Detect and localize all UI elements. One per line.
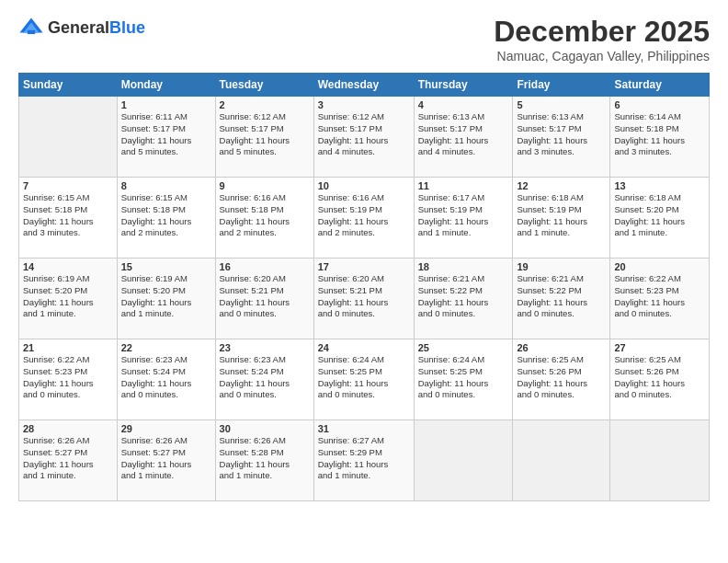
day-info: Sunrise: 6:22 AMSunset: 5:23 PMDaylight:…	[614, 273, 705, 320]
day-number: 3	[318, 99, 410, 110]
day-number: 21	[23, 342, 113, 353]
month-title: December 2025	[494, 15, 710, 49]
day-number: 17	[318, 261, 410, 272]
day-number: 1	[121, 99, 211, 110]
calendar-week-1: 1Sunrise: 6:11 AMSunset: 5:17 PMDaylight…	[19, 97, 710, 178]
calendar-cell: 17Sunrise: 6:20 AMSunset: 5:21 PMDayligh…	[313, 259, 414, 339]
day-number: 4	[418, 99, 509, 110]
day-number: 7	[23, 180, 113, 191]
day-number: 20	[614, 261, 705, 272]
calendar-cell: 3Sunrise: 6:12 AMSunset: 5:17 PMDaylight…	[313, 97, 414, 178]
day-number: 29	[121, 423, 211, 434]
calendar-week-5: 28Sunrise: 6:26 AMSunset: 5:27 PMDayligh…	[19, 420, 710, 501]
calendar-cell: 26Sunrise: 6:25 AMSunset: 5:26 PMDayligh…	[513, 339, 610, 420]
day-number: 22	[121, 342, 211, 353]
day-number: 8	[121, 180, 211, 191]
day-number: 28	[23, 423, 113, 434]
calendar-cell: 8Sunrise: 6:15 AMSunset: 5:18 PMDaylight…	[117, 178, 215, 259]
day-info: Sunrise: 6:19 AMSunset: 5:20 PMDaylight:…	[23, 273, 113, 320]
calendar-cell: 4Sunrise: 6:13 AMSunset: 5:17 PMDaylight…	[414, 97, 513, 178]
title-block: December 2025 Namuac, Cagayan Valley, Ph…	[494, 15, 710, 63]
col-wednesday: Wednesday	[313, 74, 414, 97]
day-info: Sunrise: 6:12 AMSunset: 5:17 PMDaylight:…	[220, 111, 310, 158]
calendar-cell: 11Sunrise: 6:17 AMSunset: 5:19 PMDayligh…	[414, 178, 513, 259]
day-number: 14	[23, 261, 113, 272]
header: GeneralBlue December 2025 Namuac, Cagaya…	[18, 15, 710, 63]
day-number: 11	[418, 180, 509, 191]
day-info: Sunrise: 6:27 AMSunset: 5:29 PMDaylight:…	[318, 435, 410, 482]
col-sunday: Sunday	[19, 74, 118, 97]
day-info: Sunrise: 6:18 AMSunset: 5:20 PMDaylight:…	[614, 192, 705, 239]
day-info: Sunrise: 6:18 AMSunset: 5:19 PMDaylight:…	[517, 192, 606, 239]
calendar-cell: 20Sunrise: 6:22 AMSunset: 5:23 PMDayligh…	[610, 259, 710, 339]
calendar-cell	[414, 420, 513, 501]
day-info: Sunrise: 6:15 AMSunset: 5:18 PMDaylight:…	[23, 192, 113, 239]
calendar-cell: 23Sunrise: 6:23 AMSunset: 5:24 PMDayligh…	[215, 339, 313, 420]
day-info: Sunrise: 6:13 AMSunset: 5:17 PMDaylight:…	[517, 111, 606, 158]
day-number: 26	[517, 342, 606, 353]
day-info: Sunrise: 6:21 AMSunset: 5:22 PMDaylight:…	[517, 273, 606, 320]
calendar-cell: 25Sunrise: 6:24 AMSunset: 5:25 PMDayligh…	[414, 339, 513, 420]
col-thursday: Thursday	[414, 74, 513, 97]
day-number: 18	[418, 261, 509, 272]
col-tuesday: Tuesday	[215, 74, 313, 97]
day-info: Sunrise: 6:23 AMSunset: 5:24 PMDaylight:…	[220, 354, 310, 401]
calendar-table: Sunday Monday Tuesday Wednesday Thursday…	[18, 73, 710, 501]
day-number: 12	[517, 180, 606, 191]
day-info: Sunrise: 6:26 AMSunset: 5:27 PMDaylight:…	[121, 435, 211, 482]
day-number: 24	[318, 342, 410, 353]
calendar-cell	[610, 420, 710, 501]
logo: GeneralBlue	[18, 15, 145, 40]
day-number: 31	[318, 423, 410, 434]
day-info: Sunrise: 6:15 AMSunset: 5:18 PMDaylight:…	[121, 192, 211, 239]
day-number: 10	[318, 180, 410, 191]
calendar-cell: 22Sunrise: 6:23 AMSunset: 5:24 PMDayligh…	[117, 339, 215, 420]
day-number: 6	[614, 99, 705, 110]
day-info: Sunrise: 6:21 AMSunset: 5:22 PMDaylight:…	[418, 273, 509, 320]
logo-general: General	[48, 18, 109, 37]
day-info: Sunrise: 6:20 AMSunset: 5:21 PMDaylight:…	[220, 273, 310, 320]
day-number: 30	[220, 423, 310, 434]
calendar-cell: 13Sunrise: 6:18 AMSunset: 5:20 PMDayligh…	[610, 178, 710, 259]
day-info: Sunrise: 6:22 AMSunset: 5:23 PMDaylight:…	[23, 354, 113, 401]
day-number: 9	[220, 180, 310, 191]
calendar-header-row: Sunday Monday Tuesday Wednesday Thursday…	[19, 74, 710, 97]
day-info: Sunrise: 6:26 AMSunset: 5:27 PMDaylight:…	[23, 435, 113, 482]
col-monday: Monday	[117, 74, 215, 97]
day-info: Sunrise: 6:16 AMSunset: 5:19 PMDaylight:…	[318, 192, 410, 239]
logo-text: GeneralBlue	[48, 18, 145, 38]
day-number: 25	[418, 342, 509, 353]
day-number: 15	[121, 261, 211, 272]
calendar-week-3: 14Sunrise: 6:19 AMSunset: 5:20 PMDayligh…	[19, 259, 710, 339]
day-info: Sunrise: 6:24 AMSunset: 5:25 PMDaylight:…	[318, 354, 410, 401]
calendar-cell	[513, 420, 610, 501]
calendar-cell: 6Sunrise: 6:14 AMSunset: 5:18 PMDaylight…	[610, 97, 710, 178]
col-saturday: Saturday	[610, 74, 710, 97]
page: GeneralBlue December 2025 Namuac, Cagaya…	[0, 0, 728, 563]
day-info: Sunrise: 6:19 AMSunset: 5:20 PMDaylight:…	[121, 273, 211, 320]
day-info: Sunrise: 6:13 AMSunset: 5:17 PMDaylight:…	[418, 111, 509, 158]
location-title: Namuac, Cagayan Valley, Philippines	[494, 49, 710, 63]
day-number: 27	[614, 342, 705, 353]
day-info: Sunrise: 6:17 AMSunset: 5:19 PMDaylight:…	[418, 192, 509, 239]
calendar-cell: 12Sunrise: 6:18 AMSunset: 5:19 PMDayligh…	[513, 178, 610, 259]
day-info: Sunrise: 6:12 AMSunset: 5:17 PMDaylight:…	[318, 111, 410, 158]
day-number: 16	[220, 261, 310, 272]
calendar-cell: 21Sunrise: 6:22 AMSunset: 5:23 PMDayligh…	[19, 339, 118, 420]
day-number: 19	[517, 261, 606, 272]
svg-rect-3	[28, 30, 35, 34]
calendar-cell: 1Sunrise: 6:11 AMSunset: 5:17 PMDaylight…	[117, 97, 215, 178]
calendar-cell: 19Sunrise: 6:21 AMSunset: 5:22 PMDayligh…	[513, 259, 610, 339]
day-info: Sunrise: 6:14 AMSunset: 5:18 PMDaylight:…	[614, 111, 705, 158]
calendar-cell: 27Sunrise: 6:25 AMSunset: 5:26 PMDayligh…	[610, 339, 710, 420]
calendar-cell: 9Sunrise: 6:16 AMSunset: 5:18 PMDaylight…	[215, 178, 313, 259]
day-info: Sunrise: 6:24 AMSunset: 5:25 PMDaylight:…	[418, 354, 509, 401]
day-info: Sunrise: 6:20 AMSunset: 5:21 PMDaylight:…	[318, 273, 410, 320]
col-friday: Friday	[513, 74, 610, 97]
calendar-cell: 16Sunrise: 6:20 AMSunset: 5:21 PMDayligh…	[215, 259, 313, 339]
calendar-cell: 28Sunrise: 6:26 AMSunset: 5:27 PMDayligh…	[19, 420, 118, 501]
logo-icon	[18, 15, 44, 40]
calendar-cell: 14Sunrise: 6:19 AMSunset: 5:20 PMDayligh…	[19, 259, 118, 339]
day-number: 2	[220, 99, 310, 110]
day-info: Sunrise: 6:26 AMSunset: 5:28 PMDaylight:…	[220, 435, 310, 482]
